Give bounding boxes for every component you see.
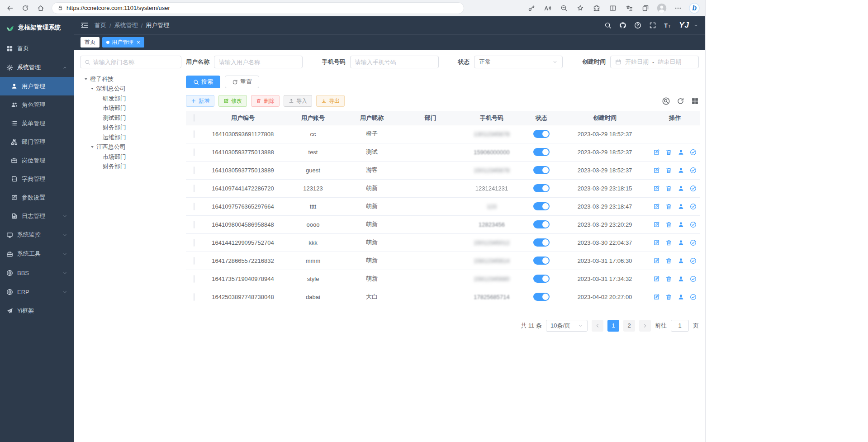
status-toggle[interactable] — [533, 238, 550, 247]
edit-icon[interactable] — [653, 221, 660, 228]
created-date-range[interactable]: 开始日期-结束日期 — [610, 56, 699, 68]
status-filter-select[interactable]: 正常 — [474, 56, 563, 68]
tab-首页[interactable]: 首页 — [81, 37, 100, 48]
tree-node[interactable]: 财务部门 — [80, 162, 181, 172]
tree-node[interactable]: 橙子科技 — [80, 74, 181, 84]
trash-icon[interactable] — [665, 221, 672, 228]
status-toggle[interactable] — [533, 166, 550, 174]
copilot-icon[interactable]: b — [688, 2, 701, 14]
reset-password-icon[interactable] — [678, 221, 684, 228]
row-checkbox[interactable] — [194, 166, 194, 174]
refresh-icon[interactable] — [677, 97, 684, 105]
breadcrumb-item[interactable]: 首页 — [95, 21, 106, 29]
sidebar-item-system-tools[interactable]: 系统工具 — [0, 244, 74, 263]
edit-icon[interactable] — [653, 294, 660, 300]
breadcrumb-item[interactable]: 系统管理 — [114, 21, 138, 29]
row-checkbox[interactable] — [194, 148, 194, 156]
edit-icon[interactable] — [653, 185, 660, 192]
favorites-icon[interactable] — [623, 2, 636, 14]
sidebar-item-log-mgmt[interactable]: 日志管理 — [0, 207, 74, 225]
profile-avatar[interactable] — [655, 2, 668, 14]
tab-用户管理[interactable]: 用户管理× — [102, 37, 144, 48]
row-checkbox[interactable] — [194, 203, 194, 210]
username-input[interactable] — [219, 59, 298, 66]
reset-password-icon[interactable] — [678, 294, 684, 300]
sidebar-item-menu-mgmt[interactable]: 菜单管理 — [0, 114, 74, 133]
status-toggle[interactable] — [533, 184, 550, 192]
key-icon[interactable] — [525, 2, 538, 14]
home-icon[interactable] — [34, 2, 47, 14]
sidebar-item-home[interactable]: 首页 — [0, 39, 74, 58]
caret-down-icon[interactable] — [90, 145, 95, 149]
sidebar-item-param-settings[interactable]: 参数设置 — [0, 188, 74, 207]
tree-node[interactable]: 市场部门 — [80, 104, 181, 114]
dept-search-input[interactable] — [93, 59, 177, 66]
status-toggle[interactable] — [533, 202, 550, 210]
search-button[interactable]: 搜索 — [186, 76, 220, 88]
trash-icon[interactable] — [665, 149, 672, 156]
help-icon[interactable] — [634, 22, 641, 29]
assign-role-icon[interactable] — [690, 167, 697, 174]
assign-role-icon[interactable] — [690, 257, 697, 264]
prev-page-button[interactable] — [592, 320, 603, 332]
back-icon[interactable] — [4, 2, 16, 14]
trash-icon[interactable] — [665, 257, 672, 264]
phone-input[interactable] — [355, 59, 434, 66]
reset-password-icon[interactable] — [678, 149, 684, 156]
row-checkbox[interactable] — [194, 221, 194, 228]
row-checkbox[interactable] — [194, 257, 194, 265]
trash-icon[interactable] — [665, 239, 672, 246]
edit-icon[interactable] — [653, 203, 660, 210]
tree-node[interactable]: 测试部门 — [80, 113, 181, 123]
search-icon[interactable] — [604, 22, 612, 29]
more-icon[interactable] — [672, 2, 684, 14]
breadcrumb-item[interactable]: 用户管理 — [146, 21, 169, 29]
font-size-icon[interactable]: TT — [664, 22, 671, 29]
tree-node[interactable]: 江西总公司 — [80, 143, 181, 152]
row-checkbox[interactable] — [194, 275, 194, 283]
reset-password-icon[interactable] — [678, 185, 684, 192]
assign-role-icon[interactable] — [690, 221, 697, 228]
reset-password-icon[interactable] — [678, 203, 684, 210]
address-bar[interactable]: https://ccnetcore.com:1101/system/user — [52, 2, 464, 14]
collections-icon[interactable] — [639, 2, 652, 14]
sidebar-item-erp[interactable]: ERP — [0, 282, 74, 301]
status-toggle[interactable] — [533, 148, 550, 156]
status-toggle[interactable] — [533, 220, 550, 228]
trash-icon[interactable] — [665, 167, 672, 174]
status-toggle[interactable] — [533, 293, 550, 301]
sidebar-item-system-mgmt[interactable]: 系统管理 — [0, 58, 74, 77]
sidebar-item-dict-mgmt[interactable]: 字典管理 — [0, 170, 74, 188]
add-button[interactable]: 新增 — [186, 95, 214, 107]
sidebar-item-yi-framework[interactable]: Yi框架 — [0, 301, 74, 320]
hamburger-icon[interactable] — [81, 21, 89, 29]
shopping-star-icon[interactable] — [574, 2, 587, 14]
caret-down-icon[interactable] — [90, 86, 95, 91]
status-toggle[interactable] — [533, 257, 550, 265]
sidebar-item-post-mgmt[interactable]: 岗位管理 — [0, 151, 74, 170]
user-logo[interactable]: YJ — [679, 21, 689, 30]
select-all-checkbox[interactable] — [194, 114, 194, 122]
row-checkbox[interactable] — [194, 293, 194, 301]
row-checkbox[interactable] — [194, 239, 194, 247]
row-checkbox[interactable] — [194, 185, 194, 192]
reset-button[interactable]: 重置 — [225, 76, 259, 88]
close-icon[interactable]: × — [137, 39, 140, 45]
row-checkbox[interactable] — [194, 130, 194, 138]
trash-icon[interactable] — [665, 203, 672, 210]
fullscreen-icon[interactable] — [649, 22, 656, 29]
trash-icon[interactable] — [665, 294, 672, 300]
search-circle-icon[interactable] — [662, 97, 670, 105]
status-toggle[interactable] — [533, 275, 550, 283]
import-button[interactable]: 导入 — [284, 95, 312, 107]
edit-icon[interactable] — [653, 276, 660, 282]
caret-down-icon[interactable] — [84, 77, 88, 81]
reset-password-icon[interactable] — [678, 167, 684, 174]
edit-icon[interactable] — [653, 149, 660, 156]
refresh-icon[interactable] — [19, 2, 32, 14]
assign-role-icon[interactable] — [690, 294, 697, 300]
edit-icon[interactable] — [653, 167, 660, 174]
delete-button[interactable]: 删除 — [251, 95, 280, 107]
export-button[interactable]: 导出 — [316, 95, 345, 107]
read-aloud-icon[interactable] — [541, 2, 554, 14]
